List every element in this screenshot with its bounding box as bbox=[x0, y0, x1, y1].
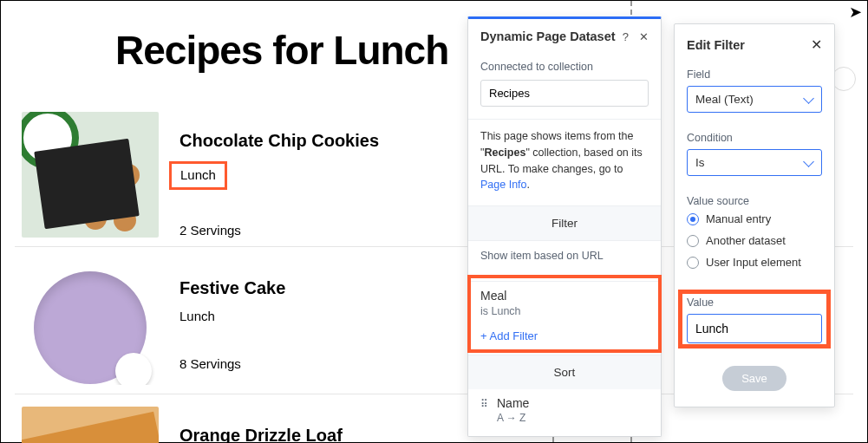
connected-to-label: Connected to collection bbox=[480, 61, 649, 73]
recipe-tag-highlighted: Lunch bbox=[169, 161, 227, 190]
recipe-row: Chocolate Chip Cookies Lunch 2 Servings … bbox=[22, 112, 379, 238]
dataset-panel: Dynamic Page Dataset ? ✕ Connected to co… bbox=[467, 16, 662, 437]
radio-manual-entry[interactable]: Manual entry bbox=[687, 212, 822, 225]
filter-url-label: Show item based on URL bbox=[480, 250, 649, 262]
page-info-link[interactable]: Page Info bbox=[480, 179, 527, 191]
edit-filter-panel: Edit Filter ✕ Field Meal (Text) Conditio… bbox=[674, 23, 835, 407]
value-input[interactable] bbox=[687, 314, 822, 343]
recipe-tag: Lunch bbox=[179, 309, 215, 323]
sort-direction: A → Z bbox=[497, 412, 529, 424]
radio-user-input-element[interactable]: User Input element bbox=[687, 256, 822, 269]
filter-summary: is Lunch bbox=[480, 305, 649, 317]
radio-icon bbox=[687, 213, 699, 225]
recipe-servings: 2 Servings bbox=[179, 223, 379, 238]
recipe-title[interactable]: Chocolate Chip Cookies bbox=[179, 131, 379, 151]
recipe-title[interactable]: Orange Drizzle Loaf bbox=[179, 426, 343, 443]
radio-another-dataset[interactable]: Another dataset bbox=[687, 234, 822, 247]
edit-filter-title: Edit Filter bbox=[687, 38, 745, 52]
recipe-thumbnail[interactable] bbox=[22, 259, 159, 385]
close-icon[interactable]: ✕ bbox=[639, 30, 649, 43]
filter-heading: Filter bbox=[468, 205, 661, 240]
field-select-value: Meal (Text) bbox=[695, 93, 754, 106]
recipe-row: Orange Drizzle Loaf bbox=[22, 407, 343, 443]
sort-heading: Sort bbox=[468, 355, 661, 389]
close-icon[interactable]: ✕ bbox=[811, 36, 822, 53]
value-label: Value bbox=[687, 296, 822, 309]
condition-select-value: Is bbox=[695, 156, 705, 169]
dataset-panel-title: Dynamic Page Dataset bbox=[480, 29, 616, 43]
radio-icon bbox=[687, 235, 699, 247]
sort-field-name: Name bbox=[497, 396, 529, 410]
cursor-icon: ➤ bbox=[849, 3, 862, 22]
filter-field-name: Meal bbox=[480, 289, 649, 303]
field-label: Field bbox=[687, 68, 822, 81]
dataset-description: This page shows items from the "Recipes"… bbox=[480, 128, 649, 193]
recipe-servings: 8 Servings bbox=[179, 356, 285, 371]
field-select[interactable]: Meal (Text) bbox=[687, 86, 822, 113]
collection-input[interactable] bbox=[480, 80, 649, 107]
recipe-thumbnail[interactable] bbox=[22, 112, 159, 238]
radio-icon bbox=[687, 257, 699, 269]
add-filter-link[interactable]: + Add Filter bbox=[480, 329, 649, 342]
tooltip-bubble bbox=[832, 67, 856, 91]
page-title: Recipes for Lunch bbox=[115, 27, 448, 74]
value-source-label: Value source bbox=[687, 195, 822, 207]
recipe-title[interactable]: Festive Cake bbox=[179, 278, 285, 298]
radio-label: Manual entry bbox=[706, 212, 771, 225]
condition-label: Condition bbox=[687, 132, 822, 144]
radio-label: Another dataset bbox=[706, 234, 786, 247]
help-icon[interactable]: ? bbox=[623, 30, 629, 43]
save-button[interactable]: Save bbox=[722, 366, 786, 391]
recipe-row: Festive Cake Lunch 8 Servings R bbox=[22, 259, 285, 385]
recipe-thumbnail[interactable] bbox=[22, 407, 159, 443]
drag-handle-icon[interactable]: ⠿ bbox=[480, 396, 488, 410]
sort-item[interactable]: ⠿ Name A → Z bbox=[468, 389, 661, 436]
radio-label: User Input element bbox=[706, 256, 801, 269]
condition-select[interactable]: Is bbox=[687, 149, 822, 176]
filter-item[interactable]: Meal is Lunch bbox=[480, 289, 649, 317]
